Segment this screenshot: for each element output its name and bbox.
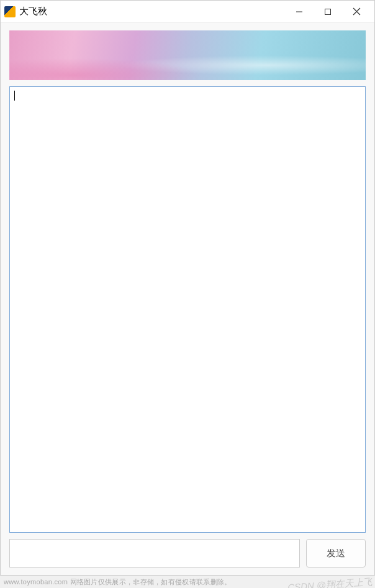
minimize-icon (296, 8, 303, 16)
maximize-button[interactable] (314, 1, 342, 23)
input-row: 发送 (9, 539, 366, 568)
app-icon (4, 6, 16, 17)
close-icon (353, 7, 361, 16)
window-title: 大飞秋 (19, 6, 47, 17)
maximize-icon (324, 8, 332, 16)
watermark-text: CSDN @翔在天上飞 (287, 576, 373, 588)
send-button[interactable]: 发送 (306, 539, 366, 568)
chat-display[interactable] (9, 86, 366, 533)
footer: www.toymoban.com 网络图片仅供展示，非存储，如有侵权请联系删除。… (0, 576, 375, 588)
message-input[interactable] (9, 539, 300, 568)
text-cursor (14, 91, 15, 101)
banner-image (9, 30, 366, 80)
svg-rect-1 (325, 9, 331, 14)
close-button[interactable] (342, 1, 371, 23)
footer-source-text: www.toymoban.com 网络图片仅供展示，非存储，如有侵权请联系删除。 (0, 577, 231, 587)
minimize-button[interactable] (285, 1, 314, 23)
content-area: 发送 (1, 23, 374, 575)
titlebar: 大飞秋 (1, 1, 374, 23)
app-window: 大飞秋 发送 (0, 0, 375, 576)
